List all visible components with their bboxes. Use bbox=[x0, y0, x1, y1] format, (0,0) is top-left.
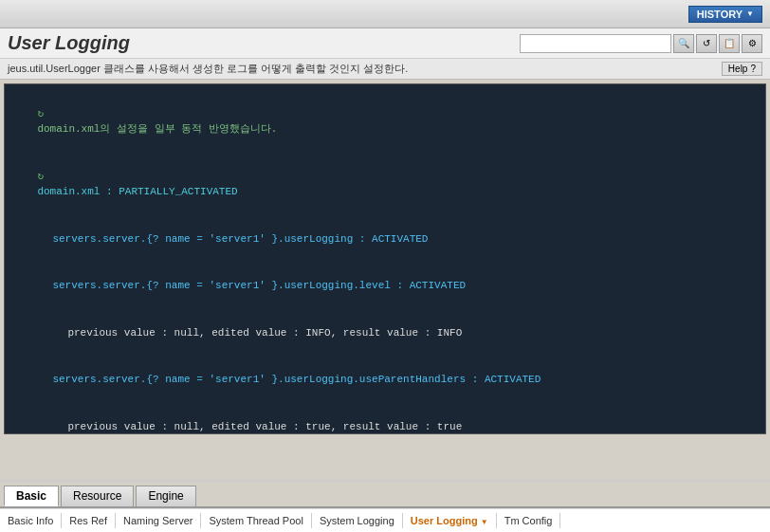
nav-user-logging-label: User Logging bbox=[411, 515, 478, 526]
desc-text: jeus.util.UserLogger 클래스를 사용해서 생성한 로그를 어… bbox=[8, 62, 408, 76]
log-line: ↻ domain.xml : PARTIALLY_ACTIVATED bbox=[12, 153, 758, 215]
search-input[interactable] bbox=[520, 34, 671, 53]
log-line: servers.server.{? name = 'server1' }.use… bbox=[12, 215, 758, 263]
log-line: servers.server.{? name = 'server1' }.use… bbox=[12, 357, 758, 404]
page-title-text: User Logging bbox=[8, 32, 130, 53]
help-icon: ? bbox=[750, 64, 756, 74]
tab-basic[interactable]: Basic bbox=[4, 486, 59, 506]
log-line: previous value : null, edited value : tr… bbox=[12, 403, 758, 434]
tab-engine[interactable]: Engine bbox=[136, 486, 195, 506]
export-button[interactable]: 📋 bbox=[719, 34, 740, 53]
log-line: servers.server.{? name = 'server1' }.use… bbox=[12, 263, 758, 310]
nav-res-ref[interactable]: Res Ref bbox=[62, 513, 116, 528]
nav-system-thread-pool[interactable]: System Thread Pool bbox=[201, 513, 311, 528]
nav-system-logging[interactable]: System Logging bbox=[312, 513, 403, 528]
search-bar: 🔍 ↺ 📋 ⚙ bbox=[520, 34, 762, 53]
tab-row: Basic Resource Engine bbox=[0, 482, 770, 508]
bottom-area: Basic Resource Engine Basic Info Res Ref… bbox=[0, 480, 770, 532]
help-label: Help bbox=[728, 64, 748, 74]
history-label: HISTORY bbox=[697, 9, 742, 20]
icon-green: ↻ bbox=[37, 108, 44, 119]
nav-user-logging[interactable]: User Logging ▼ bbox=[403, 513, 497, 528]
history-arrow-icon: ▼ bbox=[746, 9, 754, 18]
settings-button[interactable]: ⚙ bbox=[742, 34, 762, 53]
help-button[interactable]: Help ? bbox=[722, 62, 762, 76]
refresh-button[interactable]: ↺ bbox=[696, 34, 717, 53]
log-area[interactable]: ↻ domain.xml의 설정을 일부 동적 반영했습니다. ↻ domain… bbox=[4, 83, 766, 434]
history-button[interactable]: HISTORY ▼ bbox=[688, 6, 762, 23]
log-line: previous value : null, edited value : IN… bbox=[12, 309, 758, 357]
nav-naming-server[interactable]: Naming Server bbox=[116, 513, 201, 528]
tab-resource[interactable]: Resource bbox=[61, 486, 134, 506]
page-title: User Logging bbox=[8, 32, 130, 54]
nav-user-logging-arrow-icon: ▼ bbox=[481, 518, 488, 526]
search-button[interactable]: 🔍 bbox=[673, 34, 694, 53]
top-bar: HISTORY ▼ bbox=[0, 0, 770, 28]
tab-resource-label: Resource bbox=[73, 489, 121, 503]
log-line: ↻ domain.xml의 설정을 일부 동적 반영했습니다. bbox=[12, 90, 758, 153]
icon-cyan: ↻ bbox=[37, 171, 44, 182]
tab-basic-label: Basic bbox=[16, 489, 46, 503]
header-area: User Logging 🔍 ↺ 📋 ⚙ bbox=[0, 28, 770, 59]
nav-tm-config[interactable]: Tm Config bbox=[497, 513, 561, 528]
nav-bar: Basic Info Res Ref Naming Server System … bbox=[0, 508, 770, 532]
desc-bar: jeus.util.UserLogger 클래스를 사용해서 생성한 로그를 어… bbox=[0, 59, 770, 80]
nav-basic-info[interactable]: Basic Info bbox=[8, 513, 62, 528]
tab-engine-label: Engine bbox=[148, 489, 183, 503]
